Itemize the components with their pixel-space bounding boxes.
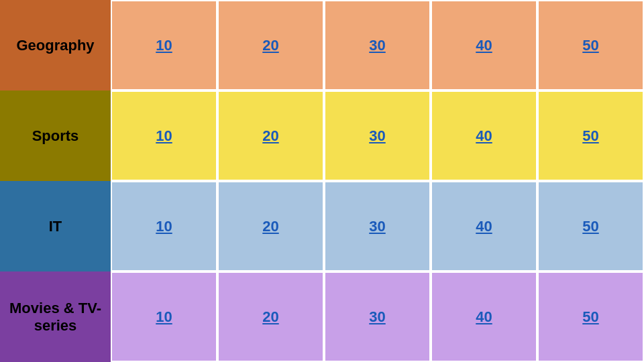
value-link-it-20[interactable]: 20	[262, 218, 278, 235]
value-link-geography-20[interactable]: 20	[262, 37, 278, 54]
value-cell-sports-50[interactable]: 50	[537, 90, 644, 181]
jeopardy-grid: Geography1020304050Sports1020304050IT102…	[0, 0, 644, 362]
value-link-movies-20[interactable]: 20	[262, 308, 278, 326]
value-cell-sports-10[interactable]: 10	[111, 90, 217, 181]
value-cell-it-40[interactable]: 40	[431, 181, 537, 272]
category-geography: Geography	[0, 0, 111, 90]
category-label-geography: Geography	[16, 37, 94, 54]
value-link-sports-30[interactable]: 30	[369, 127, 385, 145]
category-it: IT	[0, 181, 111, 272]
category-label-sports: Sports	[32, 127, 79, 145]
value-link-it-40[interactable]: 40	[476, 218, 492, 235]
value-link-movies-30[interactable]: 30	[369, 308, 385, 326]
value-link-geography-50[interactable]: 50	[582, 37, 598, 54]
category-label-it: IT	[49, 218, 62, 235]
value-cell-movies-20[interactable]: 20	[217, 272, 324, 362]
value-link-movies-10[interactable]: 10	[156, 308, 172, 326]
category-sports: Sports	[0, 90, 111, 181]
value-link-sports-20[interactable]: 20	[262, 127, 278, 145]
value-link-movies-50[interactable]: 50	[582, 308, 598, 326]
category-movies: Movies & TV-series	[0, 272, 111, 362]
value-cell-geography-30[interactable]: 30	[324, 0, 431, 90]
value-cell-it-10[interactable]: 10	[111, 181, 217, 272]
value-cell-it-30[interactable]: 30	[324, 181, 431, 272]
value-cell-movies-10[interactable]: 10	[111, 272, 217, 362]
value-cell-geography-40[interactable]: 40	[431, 0, 537, 90]
value-cell-geography-20[interactable]: 20	[217, 0, 324, 90]
value-cell-sports-30[interactable]: 30	[324, 90, 431, 181]
category-label-movies: Movies & TV-series	[7, 300, 104, 335]
value-link-sports-50[interactable]: 50	[582, 127, 598, 145]
value-link-sports-10[interactable]: 10	[156, 127, 172, 145]
value-cell-sports-40[interactable]: 40	[431, 90, 537, 181]
value-link-it-30[interactable]: 30	[369, 218, 385, 235]
value-link-movies-40[interactable]: 40	[476, 308, 492, 326]
value-cell-it-50[interactable]: 50	[537, 181, 644, 272]
value-link-geography-10[interactable]: 10	[156, 37, 172, 54]
value-cell-movies-30[interactable]: 30	[324, 272, 431, 362]
value-cell-geography-10[interactable]: 10	[111, 0, 217, 90]
value-link-it-10[interactable]: 10	[156, 218, 172, 235]
value-cell-geography-50[interactable]: 50	[537, 0, 644, 90]
value-cell-movies-40[interactable]: 40	[431, 272, 537, 362]
value-link-sports-40[interactable]: 40	[476, 127, 492, 145]
value-link-geography-30[interactable]: 30	[369, 37, 385, 54]
value-cell-sports-20[interactable]: 20	[217, 90, 324, 181]
value-cell-movies-50[interactable]: 50	[537, 272, 644, 362]
value-link-geography-40[interactable]: 40	[476, 37, 492, 54]
value-link-it-50[interactable]: 50	[582, 218, 598, 235]
value-cell-it-20[interactable]: 20	[217, 181, 324, 272]
